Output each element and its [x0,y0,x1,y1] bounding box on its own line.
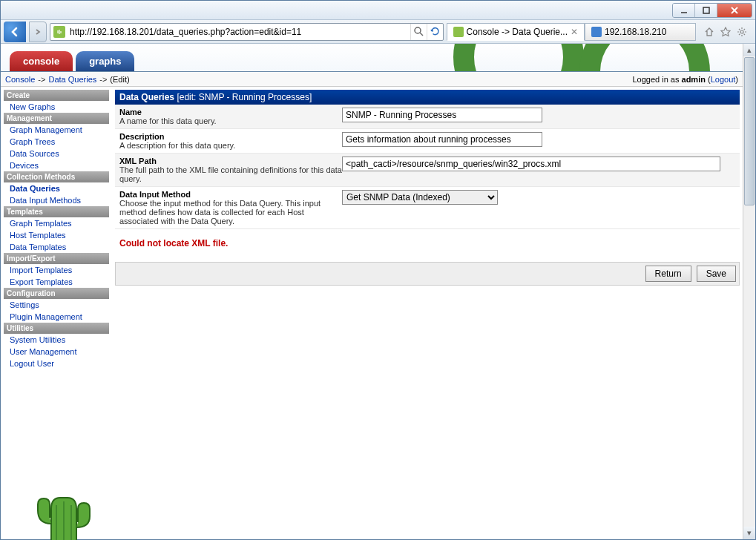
home-icon[interactable] [702,24,717,39]
form-row: DescriptionA description for this data q… [115,129,740,154]
browser-tabs: Console -> Data Querie...✕192.168.18.210 [447,23,696,41]
tab-favicon [591,27,602,37]
tab-label: Console -> Data Querie... [467,27,568,37]
svg-point-5 [415,27,421,33]
sidebar-header: Create [4,90,109,101]
scroll-down-icon[interactable]: ▾ [743,527,755,539]
cactus-logo [30,490,97,539]
address-bar [50,23,444,41]
tab-label: 192.168.18.210 [605,27,666,37]
breadcrumb-dataqueries[interactable]: Data Queries [48,75,96,84]
sidebar-header: Collection Methods [4,171,109,182]
return-button[interactable]: Return [645,266,691,282]
sidebar-item[interactable]: Import Templates [4,264,109,276]
sidebar-link[interactable]: User Management [10,347,77,356]
sidebar-link[interactable]: New Graphs [10,102,55,111]
minimize-button[interactable] [673,4,695,17]
back-button[interactable] [4,22,26,42]
form-row: XML PathThe full path to the XML file co… [115,154,740,187]
breadcrumb-current: (Edit) [110,75,129,84]
sidebar-link[interactable]: Settings [10,300,39,309]
sidebar-item[interactable]: Plugin Management [4,311,109,323]
breadcrumb-sep: -> [99,75,107,84]
sidebar-header: Configuration [4,288,109,299]
sidebar-item[interactable]: New Graphs [4,101,109,113]
refresh-icon[interactable] [427,24,443,40]
sidebar-link[interactable]: Graph Management [10,125,82,134]
arrow-right-icon [34,28,42,36]
svg-line-6 [420,33,423,36]
field-desc: A name for this data query. [119,116,217,125]
scrollbar[interactable]: ▴ ▾ [743,44,755,539]
sidebar-item[interactable]: Data Sources [4,148,109,159]
sidebar-item[interactable]: Data Input Methods [4,194,109,206]
svg-point-7 [740,30,743,33]
field-label: Description [119,132,165,141]
sidebar-item[interactable]: Logout User [4,358,109,369]
sidebar-item[interactable]: Graph Templates [4,217,109,229]
sidebar-item[interactable]: Graph Management [4,124,109,136]
sidebar-item[interactable]: Graph Trees [4,136,109,148]
url-input[interactable] [68,25,410,39]
sidebar-item[interactable]: Export Templates [4,276,109,288]
sidebar-link[interactable]: Data Input Methods [10,196,81,205]
form-label-cell: XML PathThe full path to the XML file co… [119,157,342,183]
sidebar-item[interactable]: System Utilities [4,334,109,346]
header-decor [446,44,706,72]
arrow-left-icon [9,26,21,38]
field-label: XML Path [119,157,157,165]
main-panel: Data Queries [edit: SNMP - Running Proce… [112,87,743,539]
form-label-cell: DescriptionA description for this data q… [119,132,342,150]
favorites-icon[interactable] [718,24,733,39]
xml-path-input[interactable] [342,157,720,171]
sidebar-link[interactable]: Data Sources [10,149,59,158]
sidebar-link[interactable]: Export Templates [10,277,73,286]
browser-navbar: Console -> Data Querie...✕192.168.18.210 [1,20,755,44]
tab-favicon [453,27,464,37]
sidebar-link[interactable]: Logout User [10,359,54,368]
sidebar-item[interactable]: Devices [4,159,109,171]
field-desc: The full path to the XML file containing… [119,165,342,183]
logout-link[interactable]: Logout [711,75,736,84]
scroll-thumb[interactable] [744,57,755,205]
sidebar-link[interactable]: Data Templates [10,243,66,251]
breadcrumb-console[interactable]: Console [5,75,35,84]
tab-console[interactable]: console [10,51,73,71]
sidebar-link[interactable]: Import Templates [10,266,72,274]
sidebar-link[interactable]: System Utilities [10,335,65,344]
search-icon[interactable] [410,24,427,40]
sidebar-link[interactable]: Graph Templates [10,219,72,228]
name-input[interactable] [342,108,542,122]
sidebar-header: Import/Export [4,253,109,264]
forward-button[interactable] [29,22,47,42]
form-field-cell [342,108,735,125]
error-message: Could not locate XML file. [115,229,740,257]
sidebar-link[interactable]: Host Templates [10,231,66,240]
sidebar-item[interactable]: User Management [4,346,109,358]
app-header: console graphs [1,44,743,72]
field-label: Data Input Method [119,190,191,199]
gear-icon[interactable] [734,24,749,39]
browser-window: Console -> Data Querie...✕192.168.18.210… [0,0,756,540]
maximize-button[interactable] [695,4,717,17]
panel-title: Data Queries [edit: SNMP - Running Proce… [115,90,740,105]
sidebar-link[interactable]: Data Queries [10,184,60,193]
close-button[interactable] [717,4,752,17]
data-input-method-select[interactable]: Get SNMP Data (Indexed) [342,190,498,205]
sidebar-link[interactable]: Plugin Management [10,312,82,321]
sidebar-item[interactable]: Data Queries [4,182,109,194]
description-input[interactable] [342,132,542,147]
sidebar-item[interactable]: Host Templates [4,229,109,241]
window-titlebar [1,1,755,20]
form-field-cell: Get SNMP Data (Indexed) [342,190,735,225]
sidebar-link[interactable]: Graph Trees [10,137,55,146]
scroll-up-icon[interactable]: ▴ [743,44,755,56]
sidebar-link[interactable]: Devices [10,161,39,170]
tab-close-icon[interactable]: ✕ [571,27,578,37]
save-button[interactable]: Save [697,266,736,282]
browser-tab[interactable]: 192.168.18.210 [585,23,696,41]
tab-graphs[interactable]: graphs [76,51,134,71]
sidebar-item[interactable]: Data Templates [4,241,109,253]
sidebar-item[interactable]: Settings [4,299,109,311]
browser-tab[interactable]: Console -> Data Querie...✕ [447,23,585,41]
